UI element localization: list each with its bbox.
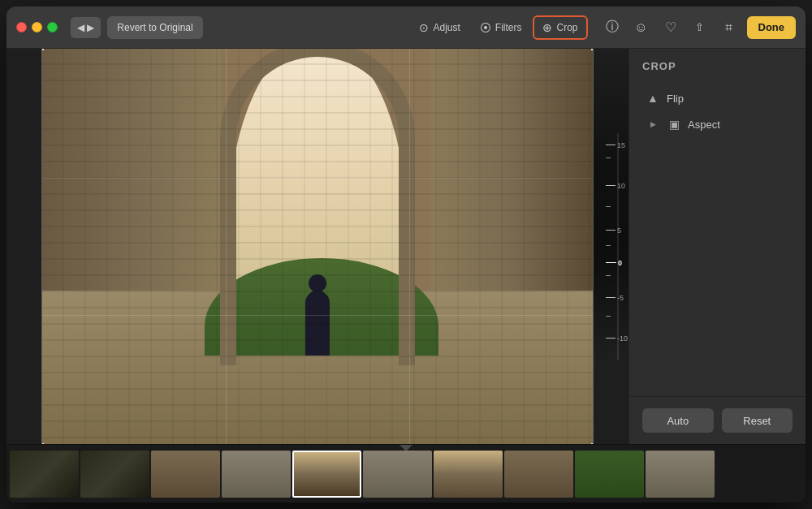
dial-tick-minor5 [606, 316, 628, 317]
tools-icon: ⌗ [725, 20, 732, 35]
tick-label-0: 0 [618, 259, 628, 267]
tick-line [606, 297, 615, 298]
adjust-icon: ⊙ [419, 21, 429, 34]
crop-handle-topleft[interactable] [42, 49, 52, 50]
crop-label: Crop [556, 22, 577, 33]
crop-handle-bottomleft[interactable] [42, 443, 52, 445]
dial-tick-neg5: -5 [606, 294, 628, 302]
thumbnail-9[interactable] [575, 451, 644, 498]
info-icon: ⓘ [606, 19, 619, 36]
dial-tick-5: 5 [606, 226, 628, 235]
aspect-icon: ▣ [667, 118, 681, 131]
crop-handle-bottomright[interactable] [583, 443, 593, 445]
maximize-button[interactable] [47, 22, 58, 32]
filters-icon: ⦿ [480, 21, 491, 34]
crop-handle-topright[interactable] [583, 49, 593, 50]
face-button[interactable]: ☺ [630, 16, 653, 39]
thumbnail-7[interactable] [434, 451, 503, 498]
toolbar-right: ⓘ ☺ ♡ ⇧ ⌗ Done [601, 16, 797, 39]
heart-button[interactable]: ♡ [659, 16, 682, 39]
tools-button[interactable]: ⌗ [718, 16, 741, 39]
flip-label: Flip [667, 93, 684, 105]
tick-label-5: 5 [617, 226, 628, 235]
image-area: 15 10 5 [6, 49, 628, 444]
right-panel: CROP ▲ Flip ▶ ▣ Aspect Auto Reset [628, 49, 806, 444]
face-icon: ☺ [634, 20, 647, 35]
aspect-row[interactable]: ▶ ▣ Aspect [642, 111, 793, 137]
thumbnail-4[interactable] [222, 451, 291, 498]
dial-tick-minor2 [606, 206, 628, 207]
thumbnail-2[interactable] [80, 451, 149, 498]
thumbnail-1[interactable] [10, 451, 79, 498]
nav-back-btn[interactable]: ◀ ▶ [71, 17, 101, 38]
rotation-dial[interactable]: 15 10 5 [602, 125, 628, 369]
tick-label-neg5: -5 [617, 294, 628, 302]
share-icon: ⇧ [695, 21, 704, 33]
filters-tool-button[interactable]: ⦿ Filters [472, 15, 530, 40]
thumbnail-6[interactable] [363, 451, 432, 498]
adjust-tool-button[interactable]: ⊙ Adjust [411, 15, 468, 40]
dial-tick-minor1 [606, 157, 628, 158]
aspect-label: Aspect [688, 119, 720, 131]
dial-tick-0: 0 [606, 259, 628, 267]
close-button[interactable] [16, 22, 27, 32]
thumbnail-5-selected[interactable] [292, 451, 361, 498]
tick-line [606, 145, 615, 145]
panel-spacer [629, 142, 806, 396]
revert-to-original-button[interactable]: Revert to Original [107, 16, 202, 39]
toolbar-tools: ⊙ Adjust ⦿ Filters ⊕ Crop [411, 15, 587, 40]
auto-button[interactable]: Auto [642, 408, 714, 433]
traffic-lights [16, 22, 58, 32]
filmstrip [6, 444, 806, 503]
dial-tick-15: 15 [606, 141, 628, 149]
reset-button[interactable]: Reset [722, 408, 793, 433]
main-content: 15 10 5 [6, 49, 806, 444]
thumbnail-8[interactable] [504, 451, 573, 498]
tick-line [606, 185, 615, 186]
filters-label: Filters [495, 22, 522, 33]
photo-scene [42, 49, 593, 444]
photo-frame [41, 49, 594, 444]
dial-tick-minor3 [606, 245, 628, 246]
flip-row[interactable]: ▲ Flip [642, 85, 793, 111]
share-button[interactable]: ⇧ [689, 16, 711, 39]
photo-container[interactable]: 15 10 5 [41, 49, 594, 444]
tick-line [606, 157, 611, 158]
panel-section: ▲ Flip ▶ ▣ Aspect [629, 80, 806, 142]
aspect-chevron-icon: ▶ [646, 120, 660, 128]
titlebar: ◀ ▶ Revert to Original ⊙ Adjust ⦿ Filter… [6, 6, 806, 49]
crop-icon: ⊕ [542, 21, 552, 34]
tick-label-15: 15 [617, 141, 628, 149]
tick-line-zero [606, 262, 616, 263]
filmstrip-inner[interactable] [6, 446, 806, 503]
heart-icon: ♡ [665, 19, 676, 35]
thumbnail-10[interactable] [646, 451, 715, 498]
app-window: ◀ ▶ Revert to Original ⊙ Adjust ⦿ Filter… [6, 6, 806, 503]
done-button[interactable]: Done [747, 16, 797, 39]
crop-tool-button[interactable]: ⊕ Crop [533, 15, 587, 40]
adjust-label: Adjust [433, 22, 460, 33]
panel-buttons: Auto Reset [629, 396, 806, 444]
tick-line [606, 230, 615, 231]
tick-line [606, 338, 615, 339]
dial-tick-neg10: -10 [606, 334, 628, 343]
dial-tick-minor4 [606, 275, 628, 276]
flip-icon: ▲ [646, 92, 660, 105]
info-button[interactable]: ⓘ [601, 16, 624, 39]
thumbnail-3[interactable] [151, 451, 220, 498]
tick-line [606, 275, 611, 276]
tick-label-10: 10 [617, 182, 628, 190]
panel-title: CROP [629, 49, 806, 80]
tick-label-neg10: -10 [617, 334, 628, 343]
minimize-button[interactable] [32, 22, 42, 32]
tick-line [606, 206, 611, 207]
dial-tick-10: 10 [606, 182, 628, 190]
tick-line [606, 316, 611, 317]
dial-track: 15 10 5 [617, 133, 619, 360]
stone-texture [42, 49, 593, 444]
tick-line [606, 245, 611, 246]
